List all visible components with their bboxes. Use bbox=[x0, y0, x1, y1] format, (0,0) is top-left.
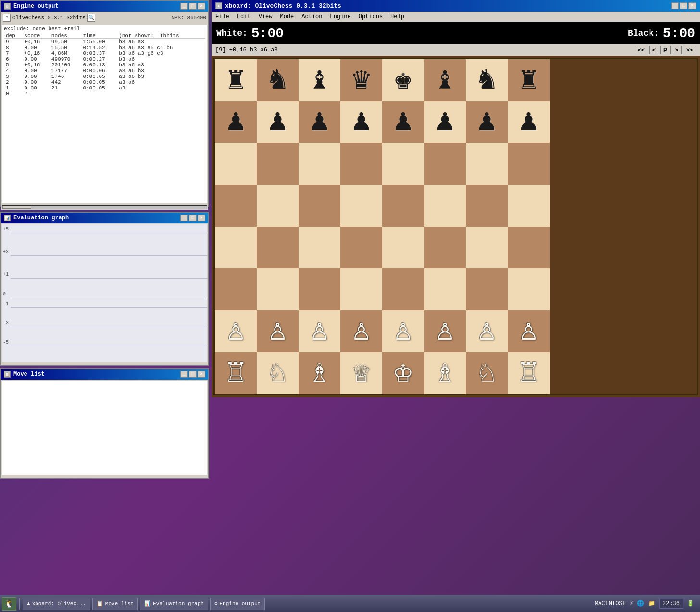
movelist-minimize-btn[interactable]: _ bbox=[180, 371, 188, 378]
chess-square-3-4[interactable] bbox=[382, 185, 424, 227]
chess-square-6-5[interactable]: ♙ bbox=[424, 310, 466, 352]
chess-square-1-0[interactable]: ♟ bbox=[215, 101, 257, 143]
chess-square-0-5[interactable]: ♝ bbox=[424, 59, 466, 101]
chess-piece-wP-6-7: ♙ bbox=[519, 316, 538, 347]
chess-minimize-btn[interactable]: _ bbox=[671, 2, 679, 9]
engine-minimize-btn[interactable]: _ bbox=[180, 3, 188, 10]
chess-square-6-7[interactable]: ♙ bbox=[508, 310, 550, 352]
chess-square-7-5[interactable]: ♗ bbox=[424, 352, 466, 394]
chess-square-6-6[interactable]: ♙ bbox=[466, 310, 508, 352]
nav-prev-btn[interactable]: < bbox=[649, 46, 659, 54]
chess-square-0-2[interactable]: ♝ bbox=[299, 59, 340, 101]
chess-square-3-3[interactable] bbox=[340, 185, 382, 227]
menu-view[interactable]: View bbox=[255, 13, 276, 21]
chess-square-3-7[interactable] bbox=[508, 185, 550, 227]
chess-square-2-7[interactable] bbox=[508, 143, 550, 185]
chess-square-1-1[interactable]: ♟ bbox=[257, 101, 299, 143]
chess-square-4-3[interactable] bbox=[340, 227, 382, 268]
chess-square-5-5[interactable] bbox=[424, 268, 466, 310]
chess-square-6-3[interactable]: ♙ bbox=[340, 310, 382, 352]
chess-square-3-1[interactable] bbox=[257, 185, 299, 227]
chess-square-7-2[interactable]: ♗ bbox=[299, 352, 340, 394]
eval-minimize-btn[interactable]: _ bbox=[180, 215, 188, 221]
taskbar-btn-engine[interactable]: ⚙ Engine output bbox=[210, 598, 265, 610]
taskbar-btn-movelist[interactable]: 📋 Move list bbox=[92, 598, 138, 610]
chess-square-5-1[interactable] bbox=[257, 268, 299, 310]
chess-square-2-3[interactable] bbox=[340, 143, 382, 185]
eval-maximize-btn[interactable]: □ bbox=[189, 215, 197, 221]
chess-square-0-4[interactable]: ♚ bbox=[382, 59, 424, 101]
menu-options[interactable]: Options bbox=[355, 13, 387, 21]
taskbar-btn-evalgraph[interactable]: 📊 Evaluation graph bbox=[140, 598, 208, 610]
chess-square-3-5[interactable] bbox=[424, 185, 466, 227]
chess-square-1-5[interactable]: ♟ bbox=[424, 101, 466, 143]
menu-file[interactable]: File bbox=[212, 13, 233, 21]
nav-next-btn[interactable]: > bbox=[672, 46, 682, 54]
chess-maximize-btn[interactable]: □ bbox=[680, 2, 688, 9]
chess-square-0-6[interactable]: ♞ bbox=[466, 59, 508, 101]
chess-square-0-0[interactable]: ♜ bbox=[215, 59, 257, 101]
menu-help[interactable]: Help bbox=[387, 13, 408, 21]
scrollbar-track[interactable] bbox=[2, 205, 207, 209]
engine-search-icon[interactable]: 🔍 bbox=[88, 14, 95, 22]
chess-square-2-5[interactable] bbox=[424, 143, 466, 185]
scrollbar-thumb[interactable] bbox=[2, 206, 31, 209]
chess-square-7-3[interactable]: ♕ bbox=[340, 352, 382, 394]
chess-square-0-3[interactable]: ♛ bbox=[340, 59, 382, 101]
engine-scrollbar[interactable] bbox=[1, 204, 208, 210]
chess-square-3-0[interactable] bbox=[215, 185, 257, 227]
chess-square-6-1[interactable]: ♙ bbox=[257, 310, 299, 352]
chess-square-2-1[interactable] bbox=[257, 143, 299, 185]
chess-square-0-1[interactable]: ♞ bbox=[257, 59, 299, 101]
movelist-maximize-btn[interactable]: □ bbox=[189, 371, 197, 378]
taskbar-start-button[interactable]: 🐧 bbox=[2, 597, 16, 611]
menu-mode[interactable]: Mode bbox=[276, 13, 298, 21]
chess-square-5-7[interactable] bbox=[508, 268, 550, 310]
chess-square-5-3[interactable] bbox=[340, 268, 382, 310]
chess-square-6-0[interactable]: ♙ bbox=[215, 310, 257, 352]
chess-piece-wR-7-0: ♖ bbox=[226, 358, 245, 389]
chess-square-1-2[interactable]: ♟ bbox=[299, 101, 340, 143]
chess-square-1-7[interactable]: ♟ bbox=[508, 101, 550, 143]
chess-square-7-7[interactable]: ♖ bbox=[508, 352, 550, 394]
taskbar-btn-xboard[interactable]: ♟ xboard: OliveC... bbox=[23, 598, 90, 610]
chess-square-3-6[interactable] bbox=[466, 185, 508, 227]
menu-action[interactable]: Action bbox=[298, 13, 326, 21]
chess-square-4-0[interactable] bbox=[215, 227, 257, 268]
chess-square-4-7[interactable] bbox=[508, 227, 550, 268]
chess-square-7-0[interactable]: ♖ bbox=[215, 352, 257, 394]
chess-square-4-1[interactable] bbox=[257, 227, 299, 268]
chess-square-5-6[interactable] bbox=[466, 268, 508, 310]
eval-close-btn[interactable]: × bbox=[198, 215, 205, 221]
engine-maximize-btn[interactable]: □ bbox=[189, 3, 197, 10]
chess-square-6-4[interactable]: ♙ bbox=[382, 310, 424, 352]
nav-pause-btn[interactable]: P bbox=[660, 46, 671, 54]
chess-square-5-4[interactable] bbox=[382, 268, 424, 310]
chess-square-5-2[interactable] bbox=[299, 268, 340, 310]
engine-close-btn[interactable]: × bbox=[198, 3, 205, 10]
chess-square-1-6[interactable]: ♟ bbox=[466, 101, 508, 143]
chess-square-4-4[interactable] bbox=[382, 227, 424, 268]
chess-square-2-0[interactable] bbox=[215, 143, 257, 185]
menu-engine[interactable]: Engine bbox=[326, 13, 354, 21]
chess-square-2-2[interactable] bbox=[299, 143, 340, 185]
chess-square-7-4[interactable]: ♔ bbox=[382, 352, 424, 394]
menu-edit[interactable]: Edit bbox=[233, 13, 255, 21]
chess-square-7-1[interactable]: ♘ bbox=[257, 352, 299, 394]
chess-square-4-6[interactable] bbox=[466, 227, 508, 268]
chess-square-5-0[interactable] bbox=[215, 268, 257, 310]
chess-square-7-6[interactable]: ♘ bbox=[466, 352, 508, 394]
chess-square-0-7[interactable]: ♜ bbox=[508, 59, 550, 101]
movelist-close-btn[interactable]: × bbox=[198, 371, 205, 378]
chess-square-2-4[interactable] bbox=[382, 143, 424, 185]
chess-square-1-4[interactable]: ♟ bbox=[382, 101, 424, 143]
chess-square-1-3[interactable]: ♟ bbox=[340, 101, 382, 143]
chess-square-2-6[interactable] bbox=[466, 143, 508, 185]
chess-square-3-2[interactable] bbox=[299, 185, 340, 227]
nav-last-btn[interactable]: >> bbox=[683, 46, 696, 54]
chess-square-6-2[interactable]: ♙ bbox=[299, 310, 340, 352]
chess-close-btn[interactable]: × bbox=[688, 2, 696, 9]
chess-square-4-5[interactable] bbox=[424, 227, 466, 268]
nav-first-btn[interactable]: << bbox=[635, 46, 648, 54]
chess-square-4-2[interactable] bbox=[299, 227, 340, 268]
